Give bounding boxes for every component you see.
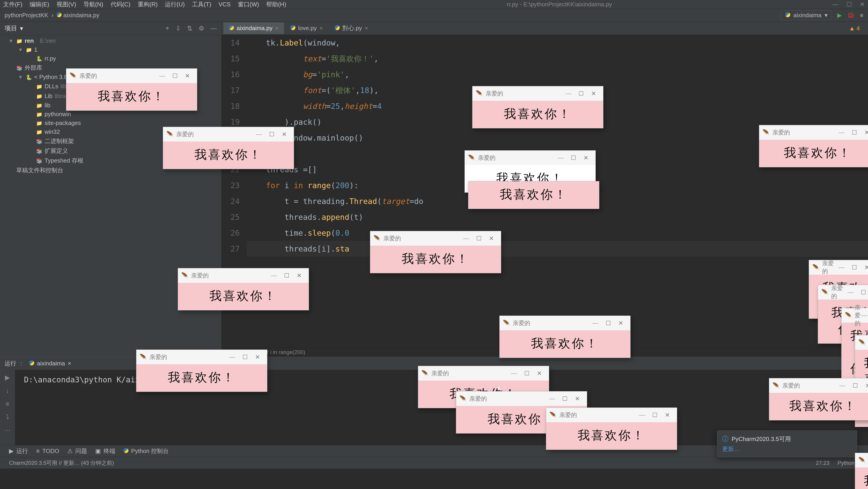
tk-popup[interactable]: 🪶 亲爱的 — ☐ ✕ 我喜欢你！	[546, 407, 677, 450]
popup-titlebar[interactable]: 🪶 亲爱的 — ☐ ✕	[370, 231, 501, 246]
sidebar-title[interactable]: 项目	[4, 24, 17, 33]
minimize-icon[interactable]: —	[861, 312, 868, 319]
tab-run[interactable]: ▶ 运行	[9, 447, 28, 455]
editor-tab[interactable]: aixindaima.py×	[223, 22, 284, 34]
menu-item[interactable]: 重构(R)	[138, 0, 158, 8]
popup-titlebar[interactable]: 🪶 亲爱的 — ☐ ✕	[818, 285, 868, 299]
popup-titlebar[interactable]: 🪶 亲爱的 — ☐ ✕	[456, 392, 587, 406]
tab-terminal[interactable]: ▣ 终端	[95, 447, 115, 455]
maximize-icon[interactable]: ☐	[168, 73, 181, 80]
minimize-icon[interactable]: —	[226, 354, 239, 361]
close-icon[interactable]: ✕	[587, 90, 600, 97]
popup-titlebar[interactable]: 🪶 亲爱的 — ☐ ✕	[472, 86, 603, 101]
close-icon[interactable]: ✕	[485, 235, 498, 242]
menu-item[interactable]: 编辑(E)	[30, 0, 49, 8]
maximize-icon[interactable]: ☐	[857, 289, 868, 296]
down-icon[interactable]: ↓	[6, 387, 9, 394]
close-icon[interactable]: ✕	[862, 382, 868, 389]
update-link[interactable]: 更新…	[722, 445, 852, 453]
popup-titlebar[interactable]: 🪶 亲爱的 — ☐ ✕	[178, 268, 309, 283]
tk-popup[interactable]: 🪶 亲爱的 — ☐ ✕ 我喜欢你！	[472, 86, 603, 128]
maximize-icon[interactable]: ☐	[848, 129, 861, 136]
minimize-icon[interactable]: —	[546, 395, 558, 402]
minimize-icon[interactable]: —	[844, 289, 857, 296]
debug-button[interactable]	[847, 12, 855, 19]
menu-item[interactable]: 帮助(H)	[266, 0, 286, 8]
rerun-icon[interactable]: ▶	[5, 374, 10, 381]
editor-tab[interactable]: love.py×	[285, 22, 329, 34]
popup-titlebar[interactable]: 🪶 亲爱的 — ☐ ✕	[163, 127, 294, 142]
popup-titlebar[interactable]: 🪶 亲爱的 — ☐ ✕	[809, 260, 868, 275]
menu-item[interactable]: 导航(N)	[84, 0, 103, 8]
menu-item[interactable]: 代码(C)	[111, 0, 130, 8]
scroll-icon[interactable]: ⤵	[6, 413, 9, 421]
inspection-widget[interactable]: ▲ 4	[849, 25, 860, 32]
tk-popup[interactable]: 🪶 亲爱的 — ☐ ✕ 我喜欢你！	[855, 453, 868, 489]
tk-popup[interactable]: 🪶 亲爱的 — ☐ ✕ 我喜欢你！	[66, 68, 197, 111]
status-message[interactable]: Charm2020.3.5可用 // 更新… (43 分钟之前)	[9, 459, 114, 467]
maximize-icon[interactable]: ☐	[602, 320, 615, 327]
stop-button[interactable]	[860, 12, 864, 19]
minimize-icon[interactable]: —	[156, 73, 168, 79]
popup-titlebar[interactable]: 🪶 亲爱的 — ☐ ✕	[546, 408, 677, 422]
sort-icon[interactable]: ⇅	[187, 25, 192, 32]
tree-node[interactable]: 1	[0, 45, 221, 54]
update-notification[interactable]: PyCharm2020.3.5可用 更新…	[717, 430, 857, 457]
run-tab[interactable]: aixindaima ×	[26, 358, 74, 368]
maximize-icon[interactable]: ☐	[239, 354, 251, 361]
tk-popup[interactable]: 🪶 亲爱的 — ☐ ✕ 我喜欢你！	[136, 349, 267, 392]
maximize-icon[interactable]: ☐	[846, 1, 852, 8]
popup-titlebar[interactable]: 🪶 亲爱的 — ☐ ✕	[66, 68, 197, 83]
popup-titlebar[interactable]: 🪶 亲爱的 — ☐ ✕	[855, 335, 868, 350]
popup-titlebar[interactable]: 🪶 亲爱的 — ☐ ✕	[465, 150, 595, 165]
popup-titlebar[interactable]: 🪶 亲爱的 — ☐ ✕	[855, 453, 868, 467]
maximize-icon[interactable]: ☐	[567, 154, 580, 162]
minimize-icon[interactable]: —	[562, 90, 575, 97]
popup-titlebar[interactable]: 🪶 亲爱的 — ☐ ✕	[841, 308, 868, 323]
tree-node[interactable]: site-packages	[0, 119, 221, 127]
tk-popup[interactable]: 我喜欢你！	[468, 181, 599, 209]
minimize-icon[interactable]: —	[589, 320, 602, 326]
breadcrumb-file[interactable]: aixindaima.py	[57, 12, 99, 19]
minimize-icon[interactable]: —	[508, 370, 520, 377]
close-icon[interactable]: ✕	[861, 264, 868, 271]
maximize-icon[interactable]: ☐	[848, 264, 861, 271]
tab-problems[interactable]: ⚠ 问题	[67, 447, 87, 455]
menu-item[interactable]: 窗口(W)	[238, 0, 259, 8]
maximize-icon[interactable]: ☐	[648, 411, 661, 419]
close-icon[interactable]: ✕	[278, 131, 290, 138]
close-icon[interactable]: ✕	[861, 129, 868, 136]
popup-titlebar[interactable]: 🪶 亲爱的 — ☐ ✕	[500, 316, 630, 330]
menu-item[interactable]: VCS	[218, 1, 230, 8]
tk-popup[interactable]: 🪶 亲爱的 — ☐ ✕ 我喜欢你！	[499, 316, 630, 358]
close-icon[interactable]: ✕	[661, 411, 674, 419]
close-icon[interactable]: ×	[68, 360, 71, 367]
gear-icon[interactable]: ⚙	[198, 25, 204, 32]
tk-popup[interactable]: 🪶 亲爱的 — ☐ ✕ 我喜欢你！	[769, 378, 868, 421]
run-button[interactable]	[837, 12, 842, 19]
minimize-icon[interactable]: —	[835, 129, 848, 136]
close-icon[interactable]: ×	[319, 25, 323, 32]
maximize-icon[interactable]: ☐	[575, 90, 587, 97]
close-icon[interactable]: ✕	[181, 73, 194, 80]
minimize-icon[interactable]: —	[835, 264, 848, 271]
run-config-selector[interactable]: aixindaima ▾	[781, 10, 832, 20]
tk-popup[interactable]: 🪶 亲爱的 — ☐ ✕ 我喜欢你！	[178, 268, 309, 310]
menu-item[interactable]: 运行(U)	[165, 0, 185, 8]
maximize-icon[interactable]: ☐	[472, 235, 485, 242]
tree-node[interactable]: rr.py	[0, 54, 221, 63]
tree-node[interactable]: pythonwin	[0, 110, 221, 119]
maximize-icon[interactable]: ☐	[280, 272, 293, 279]
menu-item[interactable]: 文件(F)	[3, 0, 22, 8]
close-icon[interactable]: ×	[365, 25, 368, 32]
close-icon[interactable]: ✕	[571, 395, 584, 402]
close-icon[interactable]: ✕	[251, 354, 264, 361]
caret-position[interactable]: 27:23	[816, 460, 829, 466]
close-icon[interactable]: ✕	[533, 370, 546, 377]
menu-item[interactable]: 视图(V)	[57, 0, 76, 8]
close-icon[interactable]: ✕	[293, 272, 306, 279]
minimize-icon[interactable]: —	[636, 411, 648, 419]
minimize-icon[interactable]: —	[554, 154, 567, 161]
close-icon[interactable]: ✕	[615, 320, 627, 327]
editor-tab[interactable]: 對心.py×	[329, 22, 374, 34]
